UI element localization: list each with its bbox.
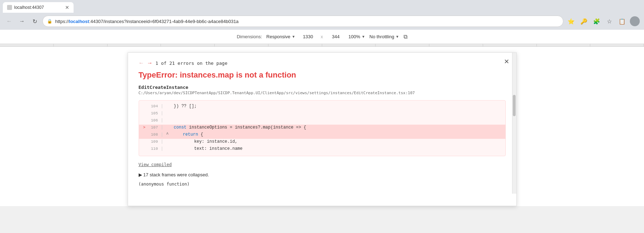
line-pipe-108: | — [161, 132, 166, 137]
collections-icon[interactable]: 📋 — [617, 16, 627, 26]
rt-seg-1 — [0, 44, 54, 46]
line-content-108: return { — [170, 132, 203, 137]
rt-seg-6 — [268, 44, 322, 46]
line-num-109: 109 — [148, 140, 161, 144]
scrollbar-thumb[interactable] — [513, 95, 516, 116]
code-line-105: 105 | — [139, 110, 505, 118]
zoom-chevron: ▼ — [362, 35, 365, 39]
error-panel: ← → 1 of 21 errors on the page ✕ TypeErr… — [128, 52, 517, 206]
address-bar-row: ← → ↻ 🔒 https://localhost:44307/instance… — [0, 13, 644, 30]
line-content-107: const instanceOptions = instances?.map(i… — [166, 125, 306, 130]
code-line-107: > 107 | const instanceOptions = instance… — [139, 125, 505, 132]
line-num-105: 105 — [148, 111, 161, 115]
line-pipe-104: | — [161, 104, 166, 109]
width-input[interactable]: 1330 — [300, 34, 317, 39]
password-icon[interactable]: 🔑 — [579, 16, 589, 26]
main-content: ← → 1 of 21 errors on the page ✕ TypeErr… — [0, 47, 644, 206]
forward-button[interactable]: → — [17, 16, 27, 26]
line-arrow-110 — [143, 147, 148, 151]
anon-func: (anonymous function) — [139, 182, 506, 187]
responsive-chevron: ▼ — [292, 35, 295, 39]
rt-seg-8 — [376, 44, 429, 46]
rt-seg-7 — [322, 44, 376, 46]
code-line-108: 108 | ^ return { — [139, 132, 505, 139]
throttle-chevron: ▼ — [396, 35, 399, 39]
dimensions-label: Dimensions: — [237, 34, 262, 39]
error-nav: ← → 1 of 21 errors on the page — [139, 60, 506, 66]
refresh-button[interactable]: ↻ — [30, 16, 40, 26]
browser-tab[interactable]: localhost:44307 ✕ — [3, 2, 74, 13]
profile-avatar[interactable] — [630, 16, 640, 26]
tab-close-icon[interactable]: ✕ — [65, 5, 69, 10]
line-num-108: 108 — [148, 132, 161, 137]
close-error-button[interactable]: ✕ — [504, 58, 509, 65]
line-pipe-105: | — [161, 111, 166, 116]
responsive-toolbar — [0, 44, 644, 47]
extensions2-icon[interactable]: 🧩 — [592, 16, 602, 26]
address-field[interactable]: 🔒 https://localhost:44307/instances?inst… — [42, 16, 563, 27]
screenshot-icon[interactable]: ⧉ — [404, 34, 407, 40]
rt-seg-11 — [537, 44, 591, 46]
scrollbar-track[interactable] — [512, 53, 516, 194]
tab-favicon — [7, 5, 12, 10]
line-pipe-110: | — [161, 146, 166, 151]
code-line-106: 106 | — [139, 118, 505, 125]
lock-icon: 🔒 — [47, 19, 52, 24]
tab-title: localhost:44307 — [14, 5, 63, 10]
next-error-button[interactable]: → — [147, 60, 153, 66]
toolbar-right: ⭐ 🔑 🧩 ☆ 📋 — [566, 16, 640, 26]
collapsed-frames[interactable]: ▶ 17 stack frames were collapsed. — [139, 172, 506, 177]
line-content-109: key: instance.id, — [166, 139, 238, 144]
rt-seg-9 — [429, 44, 483, 46]
line-num-104: 104 — [148, 104, 161, 108]
line-arrow-105 — [143, 111, 148, 115]
line-arrow-104 — [143, 104, 148, 108]
rt-seg-4 — [161, 44, 215, 46]
browser-chrome: localhost:44307 ✕ ← → ↻ 🔒 https://localh… — [0, 0, 644, 47]
back-button[interactable]: ← — [4, 16, 14, 26]
error-component: EditCreateInstance — [139, 85, 506, 90]
error-filepath: C:/Users/aryan/dev/SICDPTenantApp/SICDP.… — [139, 91, 506, 95]
tab-bar: localhost:44307 ✕ — [0, 0, 644, 13]
rt-seg-12 — [590, 44, 644, 46]
line-pipe-106: | — [161, 118, 166, 123]
line-content-104: }) ?? []; — [166, 104, 197, 109]
address-text: https://localhost:44307/instances?instan… — [55, 19, 239, 24]
line-num-107: 107 — [148, 125, 161, 130]
throttle-dropdown[interactable]: No throttling ▼ — [370, 34, 399, 39]
devtools-dimensions-bar: Dimensions: Responsive ▼ 1330 x 344 100%… — [0, 30, 644, 44]
error-title: TypeError: instances.map is not a functi… — [139, 70, 506, 80]
responsive-dropdown[interactable]: Responsive ▼ — [266, 34, 295, 39]
throttle-label: No throttling — [370, 34, 394, 39]
line-caret-108: ^ — [166, 132, 170, 137]
line-arrow-107: > — [143, 125, 148, 130]
error-count: 1 of 21 errors on the page — [156, 61, 228, 66]
line-num-110: 110 — [148, 147, 161, 151]
extensions-icon[interactable]: ⭐ — [566, 16, 576, 26]
line-arrow-108 — [143, 132, 148, 137]
code-block: 104 | }) ?? []; 105 | — [139, 100, 506, 156]
line-pipe-109: | — [161, 139, 166, 144]
zoom-dropdown[interactable]: 100% ▼ — [348, 34, 365, 39]
code-line-109: 109 | key: instance.id, — [139, 139, 505, 146]
dimension-separator: x — [321, 34, 323, 39]
zoom-label: 100% — [348, 34, 360, 39]
rt-seg-2 — [54, 44, 108, 46]
line-pipe-107: | — [161, 125, 166, 130]
height-input[interactable]: 344 — [327, 34, 344, 39]
rt-seg-10 — [483, 44, 537, 46]
code-line-110: 110 | text: instance.name — [139, 146, 505, 153]
line-arrow-109 — [143, 140, 148, 144]
code-line-104: 104 | }) ?? []; — [139, 103, 505, 110]
rt-seg-5 — [215, 44, 268, 46]
line-content-110: text: instance.name — [166, 146, 243, 151]
favorites-icon[interactable]: ☆ — [604, 16, 614, 26]
view-compiled-link[interactable]: View compiled — [139, 162, 172, 167]
collapsed-frames-text: ▶ 17 stack frames were collapsed. — [139, 172, 209, 177]
line-num-106: 106 — [148, 118, 161, 123]
prev-error-button[interactable]: ← — [139, 60, 144, 66]
responsive-label: Responsive — [266, 34, 290, 39]
line-arrow-106 — [143, 118, 148, 123]
rt-seg-3 — [108, 44, 161, 46]
error-panel-inner: ← → 1 of 21 errors on the page ✕ TypeErr… — [128, 53, 516, 194]
